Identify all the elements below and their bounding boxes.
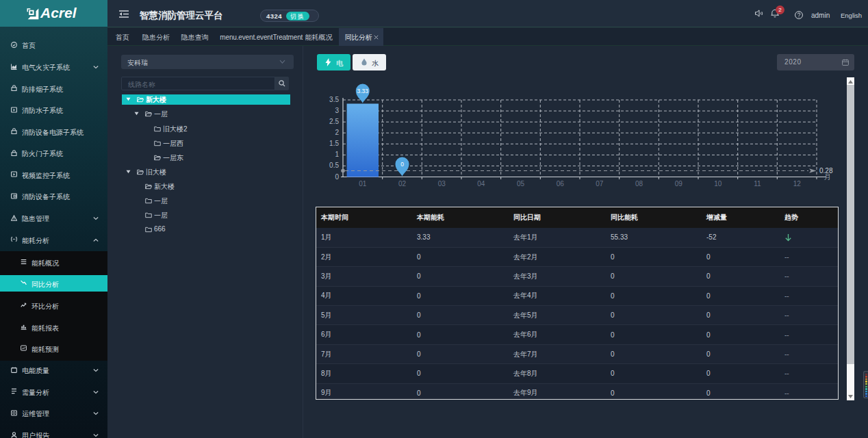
svg-text:0: 0 [335,173,339,181]
svg-text:10: 10 [714,180,722,188]
svg-text:03: 03 [438,180,446,188]
svg-text:1.5: 1.5 [329,140,339,147]
svg-text:02: 02 [398,180,407,188]
svg-text:05: 05 [517,180,525,188]
svg-text:11: 11 [754,180,761,188]
svg-text:1: 1 [335,151,339,158]
svg-text:2.5: 2.5 [329,118,339,125]
svg-text:12: 12 [793,180,802,188]
svg-text:3.5: 3.5 [329,96,339,103]
svg-text:08: 08 [635,180,643,188]
svg-text:06: 06 [557,180,565,188]
svg-text:2: 2 [335,129,339,136]
svg-text:0.28: 0.28 [819,167,833,175]
svg-text:0.5: 0.5 [329,162,339,169]
svg-text:09: 09 [675,180,683,188]
svg-text:01: 01 [359,180,367,188]
svg-text:04: 04 [477,180,485,188]
svg-text:3.33: 3.33 [357,88,369,94]
svg-text:0: 0 [400,161,404,168]
svg-text:07: 07 [596,180,604,188]
svg-text:3: 3 [335,107,339,114]
